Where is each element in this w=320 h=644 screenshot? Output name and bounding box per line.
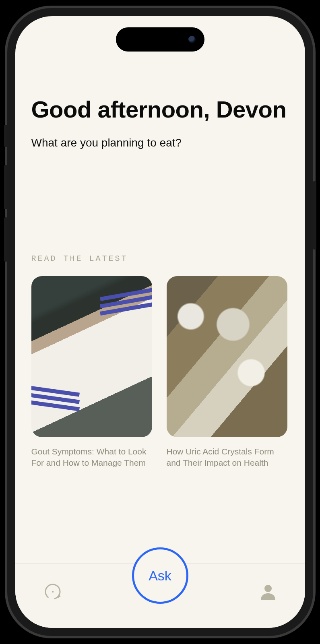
section-label-latest: READ THE LATEST [31,254,289,263]
front-camera-icon [188,36,196,43]
dynamic-island [116,27,204,52]
tab-bar: Ask [15,564,305,628]
article-thumbnail [31,276,152,437]
device-frame: Good afternoon, Devon What are you plann… [7,8,313,636]
app-content: Good afternoon, Devon What are you plann… [15,16,305,628]
svg-point-3 [264,585,272,592]
article-card[interactable]: Gout Symptoms: What to Look For and How … [31,276,152,469]
greeting-subtitle: What are you planning to eat? [31,136,289,149]
mute-switch [4,125,7,147]
profile-tab[interactable] [259,583,277,602]
screen: Good afternoon, Devon What are you plann… [15,16,305,628]
greeting-title: Good afternoon, Devon [31,97,289,123]
volume-down-button [4,217,7,262]
profile-icon [259,583,277,601]
article-title: Gout Symptoms: What to Look For and How … [31,446,152,469]
timer-tab[interactable] [43,582,62,603]
article-title: How Uric Acid Crystals Form and Their Im… [167,446,287,469]
timer-icon [43,582,62,601]
article-thumbnail [167,276,287,437]
latest-carousel[interactable]: Gout Symptoms: What to Look For and How … [31,276,289,469]
volume-up-button [4,165,7,209]
article-card[interactable]: How Uric Acid Crystals Form and Their Im… [167,276,287,469]
power-button [313,181,316,250]
svg-rect-1 [52,591,54,592]
ask-button-label: Ask [149,568,171,584]
ask-button[interactable]: Ask [132,547,188,604]
